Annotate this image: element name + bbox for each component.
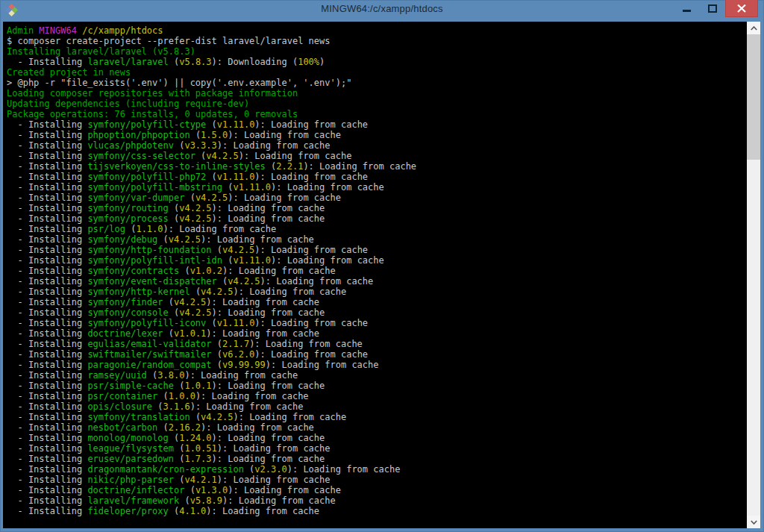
terminal-line: - Installing opis/closure (3.1.6): Loadi… [7,401,747,412]
terminal-line: - Installing symfony/http-foundation (v4… [7,245,747,255]
terminal-line: - Installing nikic/php-parser (v4.2.1): … [7,475,747,485]
terminal-line: - Installing doctrine/inflector (v1.3.0)… [7,485,747,495]
terminal-line: Package operations: 76 installs, 0 updat… [7,109,747,119]
terminal-line: - Installing paragonie/random_compat (v9… [7,360,747,370]
close-icon [737,4,746,13]
terminal-line: - Installing symfony/process (v4.2.5): L… [7,213,747,224]
terminal-line: - Installing symfony/polyfill-ctype (v1.… [7,119,747,130]
terminal-line: Updating dependencies (including require… [7,98,747,109]
terminal-line: Created project in news [7,67,747,78]
terminal-line: - Installing phpoption/phpoption (1.5.0)… [7,130,747,140]
terminal-line: - Installing dragonmantank/cron-expressi… [7,464,747,475]
terminal-line: - Installing psr/log (1.1.0): Loading fr… [7,224,747,234]
terminal-line: > @php -r "file_exists('.env') || copy('… [7,78,747,88]
terminal-line: - Installing symfony/event-dispatcher (v… [7,276,747,287]
terminal-line: - Installing symfony/translation (v4.2.5… [7,412,747,422]
window-title: MINGW64:/c/xampp/htdocs [0,3,764,14]
terminal-line: Loading composer repositories with packa… [7,88,747,98]
terminal-line: - Installing egulias/email-validator (2.… [7,339,747,349]
maximize-button[interactable] [703,0,722,17]
terminal-screen[interactable]: Admin MINGW64 /c/xampp/htdocs$ composer … [3,22,747,528]
terminal-line: - Installing psr/container (1.0.0): Load… [7,391,747,401]
minimize-button[interactable] [677,0,697,17]
terminal-line: - Installing ramsey/uuid (3.8.0): Loadin… [7,370,747,381]
terminal-line: $ composer create-project --prefer-dist … [7,36,747,46]
terminal-line: Installing laravel/laravel (v5.8.3) [7,46,747,57]
terminal-line: - Installing symfony/debug (v4.2.5): Loa… [7,234,747,245]
scrollbar[interactable] [747,22,760,528]
terminal-line: - Installing swiftmailer/swiftmailer (v6… [7,349,747,360]
terminal-line: - Installing vlucas/phpdotenv (v3.3.3): … [7,140,747,151]
terminal-line: - Installing symfony/contracts (v1.0.2):… [7,266,747,276]
terminal-line: - Installing monolog/monolog (1.24.0): L… [7,433,747,443]
terminal-line: - Installing symfony/var-dumper (v4.2.5)… [7,193,747,203]
terminal-line: - Installing erusev/parsedown (1.7.3): L… [7,454,747,464]
terminal-output: Admin MINGW64 /c/xampp/htdocs$ composer … [7,25,747,516]
close-button[interactable] [725,0,758,17]
terminal-line: - Installing laravel/framework (v5.8.9):… [7,495,747,506]
terminal-line: - Installing symfony/polyfill-intl-idn (… [7,255,747,266]
terminal-line: - Installing symfony/finder (v4.2.5): Lo… [7,297,747,307]
scrollbar-thumb[interactable] [747,34,760,160]
minimize-icon [683,10,691,12]
terminal-line: - Installing symfony/routing (v4.2.5): L… [7,203,747,213]
title-bar: MINGW64:/c/xampp/htdocs [0,0,764,22]
scroll-up-button[interactable] [747,22,760,34]
scroll-down-button[interactable] [747,516,760,528]
terminal-line: - Installing symfony/console (v4.2.5): L… [7,307,747,318]
terminal-line: - Installing league/flysystem (1.0.51): … [7,443,747,454]
scrollbar-track[interactable] [747,34,760,516]
terminal-line: - Installing symfony/polyfill-iconv (v1.… [7,318,747,328]
chevron-up-icon [751,26,757,31]
terminal-line: - Installing symfony/polyfill-mbstring (… [7,182,747,193]
terminal-line: - Installing tijsverkoyen/css-to-inline-… [7,161,747,172]
chevron-down-icon [751,520,757,525]
terminal-line: - Installing doctrine/lexer (v1.0.1): Lo… [7,328,747,339]
terminal-line: - Installing symfony/css-selector (v4.2.… [7,151,747,161]
terminal-line: - Installing psr/simple-cache (1.0.1): L… [7,381,747,391]
maximize-icon [708,4,717,13]
terminal-line: - Installing symfony/http-kernel (v4.2.5… [7,287,747,297]
terminal-line: - Installing nesbot/carbon (2.16.2): Loa… [7,422,747,433]
terminal-line: Admin MINGW64 /c/xampp/htdocs [7,25,747,36]
terminal-line: - Installing symfony/polyfill-php72 (v1.… [7,172,747,182]
terminal-line: - Installing laravel/laravel (v5.8.3): D… [7,57,747,67]
app-window: MINGW64:/c/xampp/htdocs Admin MINGW64 /c… [0,0,764,532]
terminal-line: - Installing fideloper/proxy (4.1.0): Lo… [7,506,747,516]
